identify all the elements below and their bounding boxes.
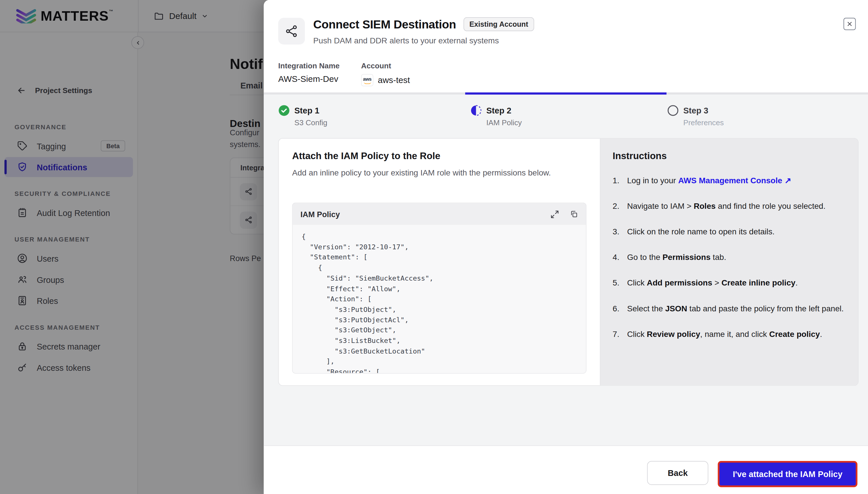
steps-row: Step 1S3 ConfigStep 2IAM PolicyStep 3Pre…: [264, 95, 868, 138]
instructions-panel: Instructions 1.Log in to your AWS Manage…: [600, 139, 858, 385]
instruction-text: Click Review policy, name it, and click …: [627, 328, 846, 340]
instruction-number: 1.: [613, 175, 627, 187]
modal-subtitle: Push DAM and DDR alerts to your external…: [313, 36, 499, 45]
step-subtitle: IAM Policy: [486, 119, 522, 127]
step-subtitle: Preferences: [683, 119, 724, 127]
back-button[interactable]: Back: [647, 461, 708, 485]
share-icon: [284, 24, 299, 38]
progress-segment-1: [264, 93, 465, 95]
instruction-text: Navigate to IAM > Roles and find the rol…: [627, 201, 846, 212]
modal-header: Connect SIEM Destination Existing Accoun…: [264, 0, 868, 93]
screen: MATTERS ™ Default Project Settings: [0, 0, 868, 494]
account-value: aws aws-test: [361, 74, 410, 87]
close-icon: [846, 21, 853, 27]
instruction-step-3: 3.Click on the role name to open its det…: [613, 226, 846, 238]
aws-console-link[interactable]: AWS Management Console ↗: [678, 176, 791, 185]
instruction-text: Log in to your AWS Management Console ↗: [627, 175, 846, 187]
instruction-step-7: 7.Click Review policy, name it, and clic…: [613, 328, 846, 340]
step-1-complete: Step 1S3 Config: [278, 104, 327, 127]
instruction-number: 2.: [613, 201, 627, 212]
instruction-text: Click Add permissions > Create inline po…: [627, 277, 846, 289]
instruction-text: Go to the Permissions tab.: [627, 252, 846, 263]
modal-body: Step 1S3 ConfigStep 2IAM PolicyStep 3Pre…: [264, 95, 868, 445]
step-content: Attach the IAM Policy to the Role Add an…: [278, 138, 859, 386]
account-label: Account: [361, 62, 391, 70]
instructions-heading: Instructions: [613, 151, 846, 162]
instructions-list: 1.Log in to your AWS Management Console …: [613, 175, 846, 340]
connect-siem-modal: Connect SIEM Destination Existing Accoun…: [264, 0, 868, 494]
code-card-title: IAM Policy: [300, 210, 340, 218]
instruction-number: 5.: [613, 277, 627, 289]
siem-icon-tile: [278, 18, 305, 44]
iam-policy-code-card: IAM Policy { "Version": "2012-10-17",: [292, 203, 587, 374]
instruction-step-2: 2.Navigate to IAM > Roles and find the r…: [613, 201, 846, 212]
step-title: Step 3: [683, 106, 708, 115]
attached-iam-policy-button[interactable]: I've attached the IAM Policy: [718, 461, 857, 487]
account-name: aws-test: [378, 75, 410, 85]
modal-footer: Back I've attached the IAM Policy: [264, 445, 868, 494]
instruction-number: 7.: [613, 328, 627, 340]
instruction-step-6: 6.Select the JSON tab and paste the poli…: [613, 303, 846, 315]
step-title: Step 2: [486, 106, 511, 115]
attach-policy-heading: Attach the IAM Policy to the Role: [292, 151, 587, 162]
instruction-text: Click on the role name to open its detai…: [627, 226, 846, 238]
instruction-step-5: 5.Click Add permissions > Create inline …: [613, 277, 846, 289]
progress-segment-3: [667, 93, 868, 95]
expand-code-button[interactable]: [550, 210, 559, 218]
copy-code-button[interactable]: [570, 210, 578, 218]
instruction-number: 6.: [613, 303, 627, 315]
instruction-number: 3.: [613, 226, 627, 238]
iam-policy-code[interactable]: { "Version": "2012-10-17", "Statement": …: [293, 225, 586, 374]
attach-policy-description: Add an inline policy to your existing IA…: [292, 167, 559, 179]
instruction-number: 4.: [613, 252, 627, 263]
step-progress-track: [264, 93, 868, 95]
integration-name-label: Integration Name: [278, 62, 339, 70]
aws-logo-icon: aws: [361, 74, 373, 87]
copy-icon: [570, 210, 578, 218]
close-button[interactable]: [844, 18, 856, 30]
step-complete-icon: [278, 104, 290, 116]
integration-name-value: AWS-Siem-Dev: [278, 74, 338, 84]
modal-title: Connect SIEM Destination: [313, 18, 456, 31]
step-current-icon: [470, 104, 482, 116]
step-title: Step 1: [294, 106, 319, 115]
step-subtitle: S3 Config: [294, 119, 327, 127]
iam-policy-panel: Attach the IAM Policy to the Role Add an…: [279, 139, 599, 385]
step-upcoming-icon: [667, 104, 679, 116]
expand-icon: [550, 210, 559, 218]
step-3-upcoming: Step 3Preferences: [667, 104, 724, 127]
instruction-step-1: 1.Log in to your AWS Management Console …: [613, 175, 846, 187]
instruction-text: Select the JSON tab and paste the policy…: [627, 303, 846, 315]
progress-segment-2: [465, 93, 667, 95]
step-2-current: Step 2IAM Policy: [470, 104, 522, 127]
existing-account-badge: Existing Account: [463, 17, 534, 31]
code-card-header: IAM Policy: [293, 203, 586, 225]
instruction-step-4: 4.Go to the Permissions tab.: [613, 252, 846, 263]
